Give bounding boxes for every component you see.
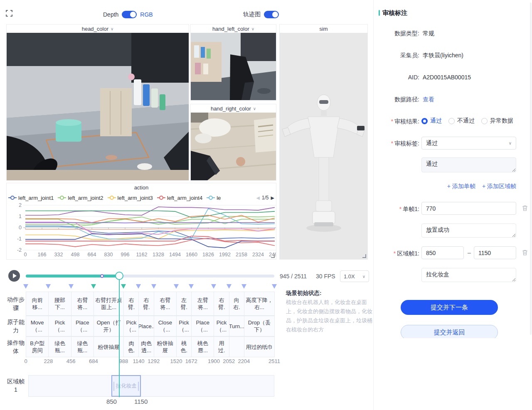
timeline-cell[interactable]: 粉饼抽屉 (154, 336, 177, 357)
chart-resize-handle[interactable] (271, 254, 275, 258)
timeline-cell[interactable]: Drop（丢下） (244, 316, 275, 336)
timeline-cell[interactable]: Pick（... (176, 316, 192, 336)
timeline-cell[interactable]: 右臂将... (71, 292, 94, 316)
timeline-cell[interactable]: 桃色唇... (191, 336, 214, 357)
region-end-input[interactable] (474, 246, 516, 259)
table-row-label: 操作物体 (6, 339, 25, 355)
keyframe-marker-icon[interactable] (91, 284, 96, 289)
hand-right-camera-title-dropdown[interactable]: hand_right_color ∨ (191, 104, 276, 113)
timeline-cell[interactable]: 右臂将... (154, 292, 177, 316)
keyframe-marker-icon[interactable] (189, 284, 194, 289)
keyframe-marker-icon[interactable] (136, 284, 141, 289)
hand-left-camera-title-dropdown[interactable]: hand_left_color ∨ (191, 25, 276, 33)
timeline-cell[interactable]: 高度下降，右... (244, 292, 275, 316)
timeline-cell[interactable]: Close（... (154, 316, 177, 336)
keyframe-marker-icon[interactable] (121, 284, 126, 289)
play-button[interactable] (8, 270, 20, 282)
region-frame-bar[interactable]: 拉化妆盒 (28, 375, 274, 397)
trajectory-switch[interactable] (264, 11, 279, 18)
aid-label: AID: (374, 74, 419, 81)
timeline-cell[interactable]: 绿色瓶... (48, 336, 71, 357)
review-result-radio-selected[interactable]: 通过 (421, 117, 442, 125)
region-frame-segment[interactable]: 拉化妆盒 (111, 375, 141, 397)
timeline-cell[interactable]: 肉色透... (138, 336, 154, 357)
legend-prev-icon[interactable]: ◀ (256, 195, 259, 201)
timeline-cell[interactable]: Open（打开） (94, 316, 124, 336)
timeline-cell[interactable]: 肉色. (123, 336, 139, 357)
timeline-cell[interactable]: 右臂打开桌面上... (94, 292, 124, 316)
chart-x-tick: 1992 (219, 252, 231, 258)
legend-item[interactable]: left_arm_joint2 (58, 195, 103, 201)
timeline-cell[interactable]: 用过. (214, 336, 229, 357)
keyframe-marker-icon[interactable] (23, 284, 28, 289)
review-tag-select[interactable]: 通过 ∨ (421, 137, 516, 150)
data-path-view-link[interactable]: 查看 (423, 96, 434, 103)
review-tag-note-textarea[interactable]: 通过 (421, 157, 516, 172)
timeline-cell[interactable]: 左臂. (176, 292, 192, 316)
region-start-input[interactable] (421, 246, 464, 259)
timeline-cell[interactable]: Place（... (191, 316, 214, 336)
single-frame-note-textarea[interactable]: 放置成功 (421, 223, 516, 238)
timeline-cell[interactable]: Turn... (229, 316, 244, 336)
trajectory-label: 轨迹图 (243, 11, 261, 18)
timeline-cell[interactable]: Move（... (26, 316, 49, 336)
single-frame-input[interactable] (421, 202, 516, 215)
timeline-cell[interactable]: 向前移... (26, 292, 49, 316)
timeline-cell[interactable]: 粉饼抽屉 (94, 336, 124, 357)
legend-item[interactable]: left_arm_joint1 (8, 195, 54, 201)
chart-legend: left_arm_joint1left_arm_joint2left_arm_j… (8, 195, 256, 201)
timeline-cell[interactable]: 右臂. (123, 292, 139, 316)
timeline-cell[interactable]: 右臂. (138, 292, 154, 316)
keyframe-marker-icon[interactable] (151, 284, 156, 289)
timeline-cell[interactable]: Pick（... (48, 316, 71, 336)
timeline-cell[interactable]: B户型房间 (26, 336, 49, 357)
segment-right-handle[interactable] (138, 382, 139, 391)
keyframe-marker-icon[interactable] (69, 284, 74, 289)
timeline-cell[interactable]: Place（... (71, 316, 94, 336)
add-region-frame-link[interactable]: + 添加区域帧 (482, 183, 516, 190)
chevron-down-icon: ∨ (253, 106, 256, 111)
timeline-cell[interactable]: Pick（... (123, 316, 139, 336)
submit-next-button[interactable]: 提交并下一条 (401, 300, 498, 315)
keyframe-marker-icon[interactable] (227, 284, 232, 289)
keyframe-marker-icon[interactable] (211, 284, 216, 289)
depth-rgb-switch[interactable] (122, 11, 137, 18)
timeline-cell[interactable]: 向右. (229, 292, 244, 316)
timeline-slider[interactable] (26, 275, 274, 277)
panel-scrollbar[interactable] (530, 2, 532, 335)
keyframe-marker-icon[interactable] (241, 284, 246, 289)
slider-handle[interactable] (115, 272, 123, 280)
add-single-frame-link[interactable]: + 添加单帧 (447, 183, 475, 190)
legend-next-icon[interactable]: ▶ (271, 195, 274, 201)
sim-resize-handle[interactable] (362, 254, 366, 258)
timeline-cell[interactable]: 腰部下... (48, 292, 71, 316)
head-camera-title-dropdown[interactable]: head_color ∨ (7, 25, 189, 33)
timeline-cell[interactable] (229, 336, 244, 357)
submit-return-button[interactable]: 提交并返回 (401, 325, 498, 338)
keyframe-marker-icon[interactable] (46, 284, 51, 289)
review-result-radio-option[interactable]: 不通过 (448, 117, 475, 125)
timeline-axis-tick: 456 (66, 358, 76, 364)
segment-left-handle[interactable] (113, 382, 114, 391)
legend-item[interactable]: le (207, 195, 221, 201)
review-result-radio-option[interactable]: 异常数据 (481, 117, 513, 125)
timeline-cell[interactable]: 用过的纸巾 (244, 336, 275, 357)
timeline-cell[interactable]: 右臂. (214, 292, 229, 316)
timeline-cell[interactable]: 左臂将... (191, 292, 214, 316)
timeline-cell[interactable]: Place.. (138, 316, 154, 336)
keyframe-marker-icon[interactable] (272, 284, 277, 289)
playback-speed-select[interactable]: 1.0X ∨ (340, 270, 369, 282)
delete-region-frame-icon[interactable] (522, 249, 528, 256)
fullscreen-icon[interactable] (6, 10, 12, 17)
keyframe-marker-icon[interactable] (174, 284, 179, 289)
legend-marker-icon (207, 196, 215, 200)
frame-counter: 945 / 2511 (280, 273, 307, 280)
delete-single-frame-icon[interactable] (522, 205, 528, 211)
legend-item[interactable]: left_arm_joint4 (157, 195, 202, 201)
legend-item[interactable]: left_arm_joint3 (108, 195, 153, 201)
timeline-cell[interactable]: 绿色瓶... (71, 336, 94, 357)
timeline-cell[interactable]: 桃色. (176, 336, 192, 357)
timeline-axis-tick: 2052 (223, 358, 235, 364)
region-frame-note-textarea[interactable]: 拉化妆盒 (421, 268, 516, 282)
timeline-cell[interactable]: Pick（... (214, 316, 229, 336)
